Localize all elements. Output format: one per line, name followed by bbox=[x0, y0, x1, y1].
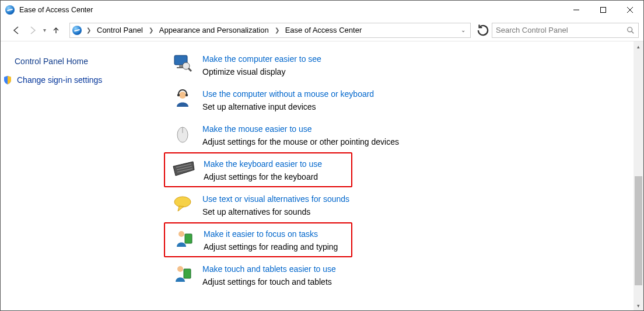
scroll-thumb[interactable] bbox=[635, 176, 642, 286]
address-bar[interactable]: ❯ Control Panel ❯ Appearance and Persona… bbox=[69, 23, 471, 38]
option-row: Make the computer easier to see Optimize… bbox=[163, 47, 643, 82]
mouse-icon bbox=[171, 122, 194, 145]
headset-person-icon bbox=[171, 87, 194, 110]
option-desc: Adjust settings for the keyboard bbox=[204, 171, 322, 183]
close-button[interactable] bbox=[617, 1, 643, 19]
svg-line-5 bbox=[632, 31, 634, 33]
svg-rect-24 bbox=[184, 269, 191, 278]
person-book-icon bbox=[172, 227, 195, 250]
svg-point-20 bbox=[174, 197, 191, 207]
scroll-track[interactable] bbox=[634, 51, 643, 300]
option-link[interactable]: Make the computer easier to see bbox=[202, 53, 321, 65]
search-placeholder: Search Control Panel bbox=[496, 26, 626, 34]
scroll-up-icon[interactable]: ▴ bbox=[634, 41, 643, 51]
option-link[interactable]: Make touch and tablets easier to use bbox=[202, 263, 336, 275]
address-icon bbox=[72, 26, 82, 35]
speech-bubble-icon bbox=[171, 192, 194, 215]
option-row-highlighted: Make it easier to focus on tasks Adjust … bbox=[164, 222, 352, 257]
option-desc: Optimize visual display bbox=[202, 66, 321, 78]
option-desc: Set up alternatives for sounds bbox=[202, 206, 349, 218]
svg-point-12 bbox=[177, 94, 180, 96]
chevron-right-icon[interactable]: ❯ bbox=[146, 27, 156, 33]
title-bar: Ease of Access Center bbox=[1, 1, 643, 19]
minimize-button[interactable] bbox=[563, 1, 590, 19]
option-link[interactable]: Make the mouse easier to use bbox=[202, 123, 399, 135]
option-row: Use the computer without a mouse or keyb… bbox=[163, 82, 643, 117]
refresh-button[interactable] bbox=[475, 23, 491, 38]
options-list: Make the computer easier to see Optimize… bbox=[163, 41, 643, 310]
breadcrumb-item[interactable]: Ease of Access Center bbox=[284, 26, 363, 34]
scroll-down-icon[interactable]: ▾ bbox=[634, 300, 643, 310]
option-link[interactable]: Use text or visual alternatives for soun… bbox=[202, 193, 349, 205]
sidebar: Control Panel Home Change sign-in settin… bbox=[1, 41, 163, 310]
svg-line-10 bbox=[188, 68, 191, 71]
svg-point-4 bbox=[628, 27, 632, 32]
maximize-button[interactable] bbox=[590, 1, 617, 19]
option-link[interactable]: Use the computer without a mouse or keyb… bbox=[202, 88, 374, 100]
window-title: Ease of Access Center bbox=[19, 6, 93, 14]
option-link[interactable]: Make the keyboard easier to use bbox=[204, 158, 322, 170]
sidebar-item-label: Control Panel Home bbox=[15, 57, 88, 66]
address-dropdown-icon[interactable]: ⌄ bbox=[459, 27, 468, 33]
option-row: Make touch and tablets easier to use Adj… bbox=[163, 257, 643, 292]
sidebar-item-signin[interactable]: Change sign-in settings bbox=[15, 71, 156, 89]
option-link[interactable]: Make it easier to focus on tasks bbox=[204, 228, 338, 240]
svg-rect-22 bbox=[185, 234, 192, 243]
option-desc: Set up alternative input devices bbox=[202, 101, 374, 113]
breadcrumb-item[interactable]: Control Panel bbox=[96, 26, 144, 34]
shield-icon bbox=[3, 75, 12, 85]
sidebar-item-label: Change sign-in settings bbox=[17, 75, 102, 85]
keyboard-icon bbox=[172, 157, 195, 180]
svg-point-11 bbox=[179, 92, 186, 99]
svg-point-21 bbox=[178, 231, 184, 237]
svg-point-13 bbox=[186, 94, 188, 96]
search-input[interactable]: Search Control Panel bbox=[492, 23, 639, 38]
sidebar-item-home[interactable]: Control Panel Home bbox=[15, 52, 156, 71]
option-row: Make the mouse easier to use Adjust sett… bbox=[163, 117, 643, 152]
svg-rect-1 bbox=[601, 8, 606, 13]
option-desc: Adjust settings for reading and typing bbox=[204, 241, 338, 253]
chevron-right-icon[interactable]: ❯ bbox=[84, 27, 93, 33]
breadcrumb-item[interactable]: Appearance and Personalization bbox=[158, 26, 270, 34]
monitor-magnifier-icon bbox=[171, 52, 194, 75]
option-desc: Adjust settings for touch and tablets bbox=[202, 276, 336, 288]
chevron-right-icon[interactable]: ❯ bbox=[272, 27, 282, 33]
up-button[interactable] bbox=[48, 23, 64, 38]
forward-button[interactable] bbox=[25, 23, 40, 38]
nav-bar: ▾ ❯ Control Panel ❯ Appearance and Perso… bbox=[1, 19, 643, 41]
svg-rect-7 bbox=[179, 65, 183, 67]
recent-locations-dropdown[interactable]: ▾ bbox=[41, 27, 47, 33]
svg-point-23 bbox=[177, 266, 183, 272]
option-row: Use text or visual alternatives for soun… bbox=[163, 187, 643, 222]
person-book-icon bbox=[171, 262, 194, 285]
content-area: Control Panel Home Change sign-in settin… bbox=[1, 41, 643, 310]
back-button[interactable] bbox=[9, 23, 24, 38]
ease-of-access-icon bbox=[5, 5, 15, 15]
vertical-scrollbar[interactable]: ▴ ▾ bbox=[634, 41, 643, 310]
option-desc: Adjust settings for the mouse or other p… bbox=[202, 136, 399, 148]
option-row-highlighted: Make the keyboard easier to use Adjust s… bbox=[164, 152, 352, 187]
search-icon bbox=[626, 26, 635, 34]
